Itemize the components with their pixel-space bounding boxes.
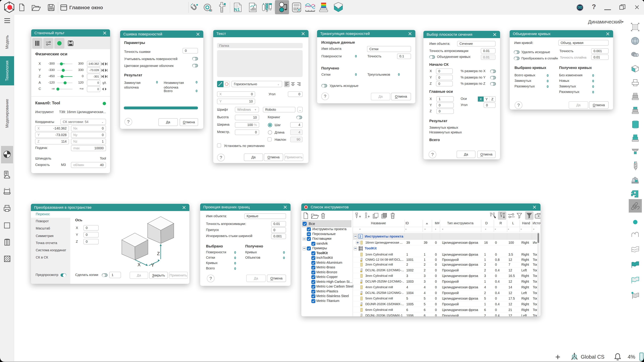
svg-text:X: X [138, 262, 140, 267]
svg-text:Z: Z [157, 251, 160, 256]
svg-text:Y: Y [151, 263, 154, 268]
svg-text:N1: N1 [234, 7, 240, 12]
svg-text:2: 2 [359, 235, 361, 238]
